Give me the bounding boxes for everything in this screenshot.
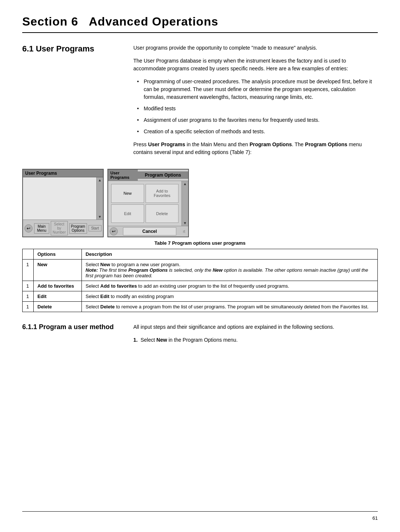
table-caption: Table 7 Program options user programs [22,240,378,246]
table-row-delete: 1 Delete Select Delete to remove a progr… [23,302,378,312]
po-buttons: New Add toFavorites Edit Delete [108,181,181,226]
user-programs-footer: ↩ MainMenu Select byNumber ProgramOption… [23,220,103,237]
po-header: User Programs Program Options [108,170,188,181]
section-header: Section 6 Advanced Operations [22,15,378,33]
row-desc-edit: Select Edit to modify an existing progra… [82,291,378,302]
para2: The User Programs database is empty when… [133,57,378,73]
press-para: Press User Programs in the Main Menu and… [133,141,378,156]
po-footer: ↩ Cancel rt [108,226,188,237]
po-footer-right-label: rt [181,229,187,234]
section-611-step1: 1. Select New in the Program Options men… [133,336,378,344]
row-option-new: New [34,260,82,281]
options-table: Options Description 1 New Select New to … [22,249,378,312]
po-delete-btn[interactable]: Delete [146,204,179,223]
main-menu-btn[interactable]: MainMenu [34,223,49,234]
section-title: Section 6 Advanced Operations [22,15,378,29]
bullet-3: Assignment of user programs to the favor… [137,116,378,124]
po-scroll-down[interactable]: ▼ [183,221,187,225]
right-col-611: All input steps and their significance a… [133,323,378,349]
po-new-btn[interactable]: New [111,184,144,203]
po-scroll-up[interactable]: ▲ [183,182,187,186]
po-edit-btn[interactable]: Edit [111,204,144,223]
bullet-2: Modified tests [137,105,378,113]
program-options-panel: User Programs Program Options New Add to… [107,169,189,237]
section-611-title: 6.1.1 Program a user method [22,323,133,331]
col-header-options: Options [34,249,82,260]
start-btn-left[interactable]: Start [89,225,101,231]
row-num-4: 1 [23,302,34,312]
row-option-delete: Delete [34,302,82,312]
col-header-num [23,249,34,260]
bullet-4: Creation of a specific selection of meth… [137,128,378,135]
para1: User programs provide the opportunity to… [133,44,378,52]
footer-line [22,511,378,512]
program-options-btn[interactable]: ProgramOptions [69,223,87,234]
right-col-61: User programs provide the opportunity to… [133,44,378,161]
back-button-right[interactable]: ↩ [110,227,118,235]
bullet-1: Programming of user-created procedures. … [137,78,378,101]
po-add-favorites-btn[interactable]: Add toFavorites [146,184,179,203]
table-row-edit: 1 Edit Select Edit to modify an existing… [23,291,378,302]
row-num-3: 1 [23,291,34,302]
cancel-button[interactable]: Cancel [123,227,176,235]
user-programs-panel: User Programs ▲ ▼ ↩ MainMenu Select byNu… [22,169,104,237]
page: Section 6 Advanced Operations 6.1 User P… [0,0,400,532]
scroll-up-arrow[interactable]: ▲ [98,178,102,182]
user-programs-content: ▲ ▼ [23,177,103,220]
bullet-list: Programming of user-created procedures. … [133,78,378,135]
row-desc-delete: Select Delete to remove a program from t… [82,302,378,312]
row-num-2: 1 [23,281,34,291]
po-content: New Add toFavorites Edit Delete ▲ ▼ [108,181,188,226]
page-number: 61 [373,515,378,521]
table-row-add-favorites: 1 Add to favorites Select Add to favorit… [23,281,378,291]
table-row-new: 1 New Select New to program a new user p… [23,260,378,281]
left-col-611: 6.1.1 Program a user method [22,323,133,349]
back-button-left[interactable]: ↩ [24,224,33,232]
po-user-programs-label: User Programs [108,170,138,181]
scroll-down-arrow[interactable]: ▼ [98,215,102,219]
row-num-1: 1 [23,260,34,281]
section-6-1-layout: 6.1 User Programs User programs provide … [22,44,378,161]
user-programs-title: User Programs [23,170,103,177]
section-611-para1: All input steps and their significance a… [133,323,378,331]
row-option-edit: Edit [34,291,82,302]
section-61-title: 6.1 User Programs [22,44,133,54]
screenshots-area: User Programs ▲ ▼ ↩ MainMenu Select byNu… [22,169,378,237]
scroll-bar-left[interactable]: ▲ ▼ [96,177,103,220]
row-desc-add-favorites: Select Add to favorites to add an existi… [82,281,378,291]
row-desc-new: Select New to program a new user program… [82,260,378,281]
section-611-layout: 6.1.1 Program a user method All input st… [22,323,378,349]
row-option-add-favorites: Add to favorites [34,281,82,291]
left-col-61: 6.1 User Programs [22,44,133,161]
po-scroll-bar[interactable]: ▲ ▼ [181,181,188,226]
po-title: Program Options [138,171,188,179]
col-header-description: Description [82,249,378,260]
select-by-number-btn[interactable]: Select byNumber [51,221,68,235]
